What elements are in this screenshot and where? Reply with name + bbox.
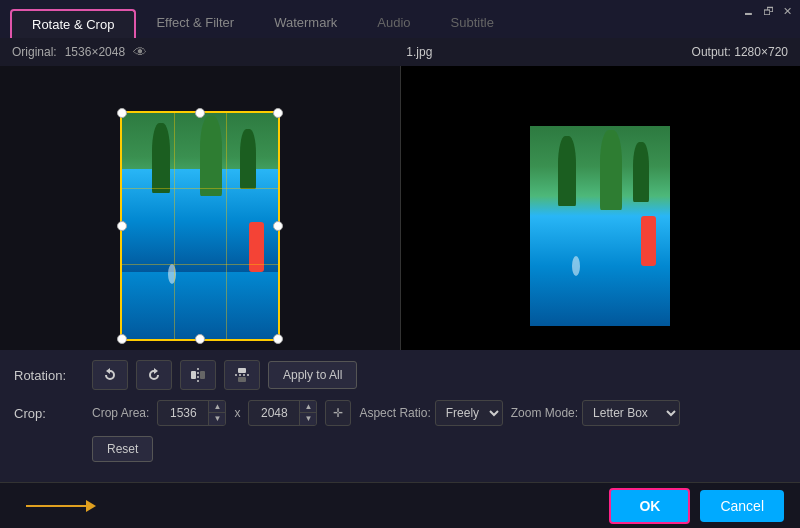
arrow-decoration [16, 500, 599, 512]
crop-area-label: Crop Area: [92, 406, 149, 420]
crop-width-up[interactable]: ▲ [209, 401, 225, 413]
title-bar: 🗕 🗗 ✕ [740, 0, 800, 22]
eye-icon[interactable]: 👁 [133, 44, 147, 60]
reset-button[interactable]: Reset [92, 436, 153, 462]
flip-vertical-button[interactable] [224, 360, 260, 390]
maximize-button[interactable]: 🗗 [759, 3, 776, 19]
ok-button[interactable]: OK [609, 488, 690, 524]
info-bar: Original: 1536×2048 👁 1.jpg Output: 1280… [0, 38, 800, 66]
filename: 1.jpg [406, 45, 432, 59]
zoom-mode-select[interactable]: Letter Box Pan & Scan Full [582, 400, 680, 426]
tab-watermark[interactable]: Watermark [254, 9, 357, 38]
rotate-ccw-button[interactable] [92, 360, 128, 390]
bottom-bar: OK Cancel [0, 482, 800, 528]
arrow-line [26, 505, 86, 507]
rotate-cw-icon [146, 367, 162, 383]
controls-area: Rotation: Apply to All [0, 350, 800, 482]
output-resolution: 1280×720 [734, 45, 788, 59]
x-separator: x [234, 406, 240, 420]
preview-image-right-container [530, 126, 670, 326]
reset-row: Reset [14, 436, 786, 462]
svg-rect-1 [200, 371, 205, 379]
apply-to-all-button[interactable]: Apply to All [268, 361, 357, 389]
aspect-ratio-group: Aspect Ratio: Freely 16:9 4:3 1:1 9:16 [359, 400, 502, 426]
preview-image-left [120, 111, 280, 341]
crop-height-down[interactable]: ▼ [300, 413, 316, 425]
arrow-head [86, 500, 96, 512]
rotation-label: Rotation: [14, 368, 84, 383]
flip-horizontal-button[interactable] [180, 360, 216, 390]
crop-row: Crop: Crop Area: ▲ ▼ x ▲ ▼ ✛ Aspect Rati… [14, 400, 786, 426]
tab-subtitle[interactable]: Subtitle [431, 9, 514, 38]
tab-rotate-crop[interactable]: Rotate & Crop [10, 9, 136, 38]
crop-width-down[interactable]: ▼ [209, 413, 225, 425]
svg-rect-0 [191, 371, 196, 379]
crop-container[interactable] [120, 111, 280, 341]
crop-height-up[interactable]: ▲ [300, 401, 316, 413]
preview-left [0, 66, 401, 386]
original-resolution: 1536×2048 [65, 45, 125, 59]
crop-label: Crop: [14, 406, 84, 421]
crop-width-input-group[interactable]: ▲ ▼ [157, 400, 226, 426]
crop-height-input-group[interactable]: ▲ ▼ [248, 400, 317, 426]
rotation-row: Rotation: Apply to All [14, 360, 786, 390]
tab-effect-filter[interactable]: Effect & Filter [136, 9, 254, 38]
crop-width-input[interactable] [158, 404, 208, 422]
preview-area [0, 66, 800, 386]
flip-v-icon [234, 367, 250, 383]
crop-height-arrows: ▲ ▼ [299, 401, 316, 425]
svg-rect-4 [238, 377, 246, 382]
aspect-ratio-label: Aspect Ratio: [359, 406, 430, 420]
close-button[interactable]: ✕ [779, 3, 796, 19]
zoom-mode-label: Zoom Mode: [511, 406, 578, 420]
crop-width-arrows: ▲ ▼ [208, 401, 225, 425]
crop-expand-button[interactable]: ✛ [325, 400, 351, 426]
tab-bar: Rotate & Crop Effect & Filter Watermark … [0, 0, 740, 38]
original-label: Original: [12, 45, 57, 59]
crop-height-input[interactable] [249, 404, 299, 422]
aspect-ratio-select[interactable]: Freely 16:9 4:3 1:1 9:16 [435, 400, 503, 426]
zoom-mode-group: Zoom Mode: Letter Box Pan & Scan Full [511, 400, 680, 426]
preview-right [401, 66, 801, 386]
preview-image-right [530, 126, 670, 326]
output-label: Output: [692, 45, 731, 59]
rotate-cw-button[interactable] [136, 360, 172, 390]
tab-audio[interactable]: Audio [357, 9, 430, 38]
minimize-button[interactable]: 🗕 [740, 3, 757, 19]
cancel-button[interactable]: Cancel [700, 490, 784, 522]
rotate-ccw-icon [102, 367, 118, 383]
svg-rect-3 [238, 368, 246, 373]
flip-h-icon [190, 367, 206, 383]
